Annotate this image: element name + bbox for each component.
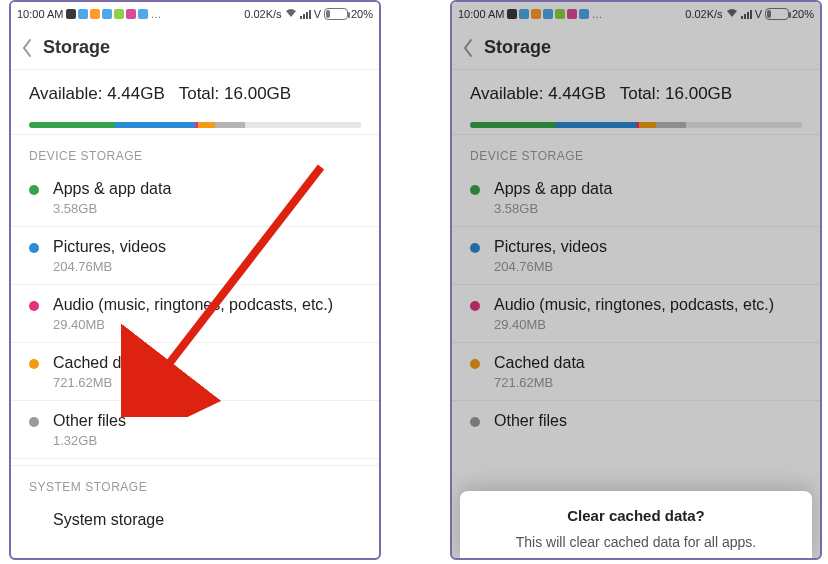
color-dot <box>470 359 480 369</box>
back-button[interactable] <box>21 38 33 58</box>
color-dot <box>29 417 39 427</box>
color-dot <box>470 243 480 253</box>
available-value: 4.44GB <box>548 84 606 103</box>
bar-seg-pictures <box>556 122 636 128</box>
item-size: 29.40MB <box>53 317 361 332</box>
color-dot <box>470 185 480 195</box>
color-dot <box>470 301 480 311</box>
status-app-icon <box>543 9 553 19</box>
system-storage-list: System storage <box>11 500 379 532</box>
bar-seg-apps <box>29 122 115 128</box>
item-label: Apps & app data <box>53 179 361 199</box>
status-app-icon <box>102 9 112 19</box>
status-app-icon <box>66 9 76 19</box>
color-dot <box>29 359 39 369</box>
status-app-icon <box>579 9 589 19</box>
status-app-icon <box>507 9 517 19</box>
section-device-storage: DEVICE STORAGE <box>11 134 379 169</box>
item-size: 721.62MB <box>53 375 361 390</box>
bar-seg-cached <box>198 122 215 128</box>
bar-seg-free <box>245 122 361 128</box>
bar-seg-other <box>215 122 245 128</box>
available-label: Available: <box>470 84 543 103</box>
status-app-icon <box>138 9 148 19</box>
page-title: Storage <box>484 37 551 58</box>
status-app-icon <box>567 9 577 19</box>
list-item-system[interactable]: System storage <box>11 500 379 532</box>
device-storage-list: Apps & app data 3.58GB Pictures, videos … <box>11 169 379 459</box>
status-carrier: V <box>755 8 762 20</box>
list-item-other[interactable]: Other files 1.32GB <box>11 401 379 459</box>
header: Storage <box>452 26 820 70</box>
status-more-icon: … <box>150 8 161 20</box>
item-size: 204.76MB <box>494 259 802 274</box>
clear-cache-dialog: Clear cached data? This will clear cache… <box>460 491 812 558</box>
item-label: Other files <box>494 411 802 431</box>
list-item-pictures[interactable]: Pictures, videos 204.76MB <box>11 227 379 285</box>
header: Storage <box>11 26 379 70</box>
total-value: 16.00GB <box>665 84 732 103</box>
item-size: 3.58GB <box>494 201 802 216</box>
item-label: Pictures, videos <box>53 237 361 257</box>
list-item-cached[interactable]: Cached data 721.62MB <box>11 343 379 401</box>
battery-icon <box>765 8 789 20</box>
storage-summary: Available: 4.44GB Total: 16.00GB <box>11 70 379 112</box>
wifi-icon <box>726 7 738 21</box>
item-label: Other files <box>53 411 361 431</box>
color-dot <box>29 301 39 311</box>
item-label: Apps & app data <box>494 179 802 199</box>
status-time: 10:00 AM <box>458 8 504 20</box>
wifi-icon <box>285 7 297 21</box>
status-icons: … <box>507 8 602 20</box>
phone-storage-dialog: 10:00 AM … 0.02K/s V <box>450 0 822 560</box>
item-size: 204.76MB <box>53 259 361 274</box>
status-app-icon <box>519 9 529 19</box>
item-size: 29.40MB <box>494 317 802 332</box>
section-system-storage: SYSTEM STORAGE <box>11 465 379 500</box>
status-battery-pct: 20% <box>792 8 814 20</box>
storage-bar <box>470 122 802 128</box>
status-bar: 10:00 AM … 0.02K/s V <box>452 2 820 26</box>
status-app-icon <box>90 9 100 19</box>
storage-bar <box>29 122 361 128</box>
status-app-icon <box>114 9 124 19</box>
list-item-cached[interactable]: Cached data 721.62MB <box>452 343 820 401</box>
item-label: System storage <box>53 510 361 530</box>
list-item-apps[interactable]: Apps & app data 3.58GB <box>11 169 379 227</box>
bar-seg-other <box>656 122 686 128</box>
list-item-audio[interactable]: Audio (music, ringtones, podcasts, etc.)… <box>11 285 379 343</box>
list-item-audio[interactable]: Audio (music, ringtones, podcasts, etc.)… <box>452 285 820 343</box>
total-label: Total: <box>620 84 661 103</box>
list-item-other[interactable]: Other files <box>452 401 820 441</box>
signal-icon <box>300 9 311 19</box>
status-time: 10:00 AM <box>17 8 63 20</box>
dialog-title: Clear cached data? <box>476 507 796 524</box>
phone-storage-screen: 10:00 AM … 0.02K/s V <box>9 0 381 560</box>
total-value: 16.00GB <box>224 84 291 103</box>
color-dot <box>29 243 39 253</box>
item-size: 1.32GB <box>53 433 361 448</box>
status-more-icon: … <box>591 8 602 20</box>
list-item-apps[interactable]: Apps & app data 3.58GB <box>452 169 820 227</box>
back-button[interactable] <box>462 38 474 58</box>
color-dot <box>29 185 39 195</box>
bar-seg-apps <box>470 122 556 128</box>
status-icons: … <box>66 8 161 20</box>
signal-icon <box>741 9 752 19</box>
item-label: Cached data <box>494 353 802 373</box>
content-scroll[interactable]: Available: 4.44GB Total: 16.00GB DEVICE … <box>452 70 820 558</box>
list-item-pictures[interactable]: Pictures, videos 204.76MB <box>452 227 820 285</box>
page-title: Storage <box>43 37 110 58</box>
bar-seg-pictures <box>115 122 195 128</box>
status-net-speed: 0.02K/s <box>685 8 722 20</box>
status-app-icon <box>531 9 541 19</box>
item-label: Cached data <box>53 353 361 373</box>
item-size: 721.62MB <box>494 375 802 390</box>
status-carrier: V <box>314 8 321 20</box>
content-scroll[interactable]: Available: 4.44GB Total: 16.00GB DEVICE … <box>11 70 379 558</box>
battery-icon <box>324 8 348 20</box>
storage-summary: Available: 4.44GB Total: 16.00GB <box>452 70 820 112</box>
status-app-icon <box>126 9 136 19</box>
total-label: Total: <box>179 84 220 103</box>
dialog-message: This will clear cached data for all apps… <box>476 534 796 550</box>
